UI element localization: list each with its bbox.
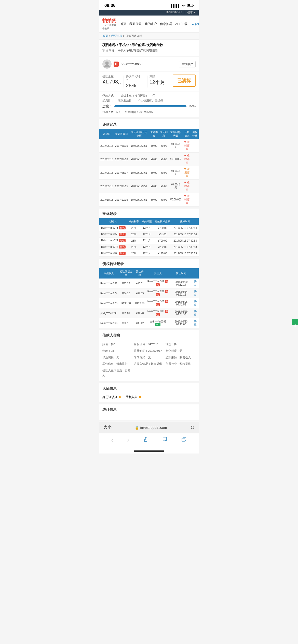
progress-pct: 100% <box>188 105 196 108</box>
invest-records-section: 投标记录 投标人 标的利率 标的期限 有效投标金额 投标时间 Rain****m… <box>99 209 199 257</box>
status-bar: 09:36 ▌▌▌▌ <box>99 0 199 10</box>
borrower-info-item: 工作信息：暂未提供 <box>102 361 132 367</box>
borrower-info-item: 借款人主体性质：自然人 <box>102 368 132 378</box>
credit-type: 个人信用标、无担保 <box>138 99 163 103</box>
status-time: 09:36 <box>104 3 115 8</box>
invest-th-amount: 有效投标金额 <box>153 218 172 225</box>
auth-items: 身份证认证 手机认证 <box>102 395 196 399</box>
nav-app[interactable]: APP下载 <box>175 22 187 26</box>
repay-th-overdue: 逾期利息/天数 <box>169 129 183 139</box>
start-date-label: 起息日： <box>102 99 114 103</box>
battery-icon <box>187 4 194 8</box>
invest-row: Rain****mu274 红包28%12个月¥232.002017/05/16… <box>99 244 199 250</box>
repay-th-interest: 未还利息 <box>159 129 169 139</box>
borrower-info-item: 文化程度：无 <box>166 348 196 354</box>
breadcrumb-borrow[interactable]: 我要出借 <box>111 34 123 37</box>
id-verify-label: 身份证认证 <box>102 395 118 399</box>
borrower-info-item: 姓名：杨* <box>102 342 132 347</box>
repay-row: 2017/09/162017/09/15¥0.00/¥173.51¥0.00¥0… <box>99 180 199 193</box>
divider1 <box>124 76 124 87</box>
repay-row: 2017/07/162017/07/16¥0.00/¥173.51¥0.00¥0… <box>99 153 199 166</box>
invest-row: Rain****mu273 红包28%12个月¥700.002017/05/16… <box>99 225 199 231</box>
transfer-th-amount: 转让债权金额 <box>118 268 134 279</box>
nav-account[interactable]: 我的账户 <box>145 22 157 26</box>
borrower-info-item: 还款来源：薪资收入 <box>166 355 196 360</box>
share-button[interactable] <box>143 436 148 444</box>
top-nav-bar: INVESTORS | 省事▼ <box>99 10 199 16</box>
nav-home[interactable]: 首页 <box>120 22 126 26</box>
more-btn[interactable]: 省事▼ <box>187 11 196 14</box>
amount-group: 借款金额： ¥1,798元 <box>102 75 121 85</box>
borrower-info-item: 性别：男 <box>166 342 196 347</box>
project-desc: 项目简介：手机app用户的第2次闪电借款 <box>102 48 196 53</box>
nav-borrow[interactable]: 我要借款 <box>129 22 142 26</box>
repay-th-date: 还款日 <box>99 129 114 139</box>
auth-info-title: 认证信息 <box>102 386 196 393</box>
repay-th-actual: 实际还款日 <box>114 129 129 139</box>
borrower-info-item: 年龄：28 <box>102 348 132 354</box>
wifi-icon <box>182 4 186 8</box>
project-title: 项目名称：手机app用户的第2次闪电借款 <box>102 43 196 47</box>
breadcrumb-home[interactable]: 首页 <box>102 34 108 37</box>
browser-url-area[interactable]: 🔒 invest.ppdai.com <box>135 426 167 430</box>
repay-th-transfer: 债权转移 <box>191 129 199 139</box>
bookmark-button[interactable] <box>162 436 168 444</box>
repay-records-title: 还款记录 <box>99 119 199 129</box>
invest-row: Rain****mu168 红包28%12个月¥115.002017/05/16… <box>99 250 199 257</box>
logo-nav: 拍拍贷 让天下没有难借的钱 首页 我要借款 我的账户 信息披露 APP下载 ▲ … <box>99 16 199 33</box>
borrower-info-item: 月收入情况：暂未提供 <box>134 361 164 367</box>
repay-th-amount: 未还金额/已还金额 <box>129 129 149 139</box>
borrower-info-item: 学习形式：无 <box>134 355 164 360</box>
site-logo[interactable]: 拍拍贷 <box>102 18 116 24</box>
transfer-th-time: 转让时间 <box>170 268 192 279</box>
lock-icon: 🔒 <box>135 426 139 430</box>
transfer-table: 原债权人 转让债权金额 受让价格 受让人 转让时间 Rain****mu282¥… <box>99 268 199 328</box>
divider: | <box>184 11 185 14</box>
invest-row: Rain****mu158 红包28%12个月¥51.002017/05/16 … <box>99 231 199 238</box>
term-label: 期限： <box>150 75 169 78</box>
repay-row: 2017/08/162017/08/17¥0.00/¥183.61¥0.00¥0… <box>99 166 199 180</box>
repay-th-principal: 未还本金 <box>149 129 159 139</box>
invest-header-row: 投标人 标的利率 标的期限 有效投标金额 投标时间 <box>99 218 199 225</box>
transfer-th-action <box>192 268 199 279</box>
back-button[interactable]: ‹ <box>111 436 114 444</box>
svg-point-4 <box>105 62 109 65</box>
borrower-info-grid: 姓名：杨*身份证号：34****11性别：男年龄：28注册时间：2017/03/… <box>102 342 196 378</box>
rate-value: 28% <box>126 83 145 89</box>
project-info: 项目名称：手机app用户的第2次闪电借款 项目简介：手机app用户的第2次闪电借… <box>99 40 199 56</box>
repay-th-status: 还款状态 <box>183 129 191 139</box>
svg-rect-2 <box>193 5 194 6</box>
refresh-icon[interactable]: ↻ <box>190 425 195 431</box>
transfer-header-row: 原债权人 转让债权金额 受让价格 受让人 转让时间 <box>99 268 199 279</box>
id-verify-dot <box>119 396 121 398</box>
transfer-records-title: 债权转让记录 <box>99 259 199 268</box>
progress-bar <box>114 105 186 107</box>
repay-row: 2017/10/162017/10/16¥0.00/¥173.51¥0.00¥0… <box>99 193 199 207</box>
user-nav[interactable]: ▲ pdu***0608 ▼ <box>192 22 199 25</box>
bottom-nav: ‹ › <box>99 433 199 447</box>
transfer-row: Rain****mu274¥64.16¥64.39Rain****mu282 红… <box>99 288 199 298</box>
repay-row: 2017/06/162017/06/15¥0.00/¥173.51¥0.00¥0… <box>99 139 199 153</box>
rate-label: 协议年化利率： <box>126 75 145 82</box>
breadcrumb-detail: 借款列表详情 <box>126 34 142 37</box>
svg-rect-1 <box>188 4 190 6</box>
invest-button[interactable]: 单投用户 <box>179 61 196 67</box>
home-indicator <box>99 447 199 453</box>
invest-th-time: 投标时间 <box>172 218 199 225</box>
progress-fill <box>114 105 186 107</box>
stats-title: 统计信息 <box>102 407 196 412</box>
transfer-row: Rain****mu282¥43.27¥43.31Rain****mu319 红… <box>99 279 199 288</box>
transfer-th-original: 原债权人 <box>99 268 118 279</box>
forward-button[interactable]: › <box>127 436 129 444</box>
nav-info[interactable]: 信息披露 <box>160 22 172 26</box>
full-badge: 已满标 <box>173 75 196 87</box>
browser-url-text: invest.ppdai.com <box>140 426 167 430</box>
breadcrumb: 首页 > 我要出借 > 借款列表详情 <box>99 33 199 40</box>
repay-records-section: 还款记录 还款日 实际还款日 未还金额/已还金额 未还本金 未还利息 逾期利息/… <box>99 119 199 207</box>
tabs-button[interactable] <box>181 436 187 444</box>
loan-details: 还款方式： 等额本息（按月还款） ⓘ 起息日： 借款发放日 个人信用标、无担保 … <box>99 92 199 117</box>
borrower-info-item: 身份证号：34****11 <box>134 342 164 347</box>
id-verify: 身份证认证 <box>102 395 121 399</box>
svg-rect-6 <box>182 438 185 441</box>
start-date-value: 借款发放日 <box>118 99 132 103</box>
